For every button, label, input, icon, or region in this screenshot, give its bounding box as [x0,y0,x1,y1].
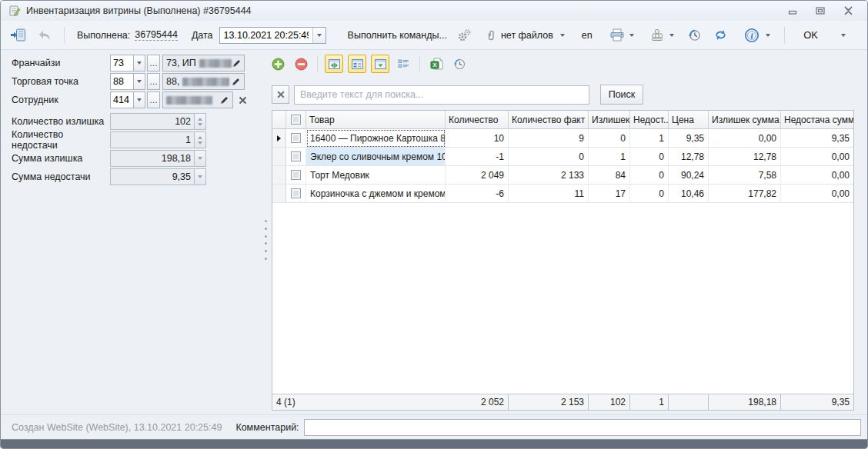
select-all-checkbox[interactable] [286,111,306,129]
price-cell[interactable]: 9,35 [669,129,709,148]
attachments-dropdown-button[interactable] [560,34,565,37]
print-button[interactable] [609,28,625,42]
shortage-sum-cell[interactable]: 9,35 [781,129,853,148]
restore-button[interactable] [815,6,826,15]
product-cell[interactable]: Эклер со сливочным кремом 105 [306,148,446,166]
qty-fact-cell[interactable]: 9 [509,129,589,148]
edit-pencil-icon[interactable] [232,56,242,70]
row-checkbox[interactable] [286,148,306,166]
surplus-cell[interactable]: 17 [589,185,630,203]
stamp-button[interactable] [649,28,665,42]
comment-input[interactable] [304,419,861,436]
outlet-dropdown-button[interactable] [133,73,145,90]
spinner-buttons[interactable] [195,131,206,148]
surplus-sum-cell[interactable]: 7,58 [709,166,781,185]
delete-row-button[interactable] [292,55,310,73]
outlet-code-input[interactable] [110,73,133,90]
surplus-sum-cell[interactable]: 12,78 [709,148,781,166]
column-header-qty-fact[interactable]: Количество факт [509,111,589,129]
shortage-sum-cell[interactable]: 0,00 [781,185,853,203]
row-checkbox[interactable] [286,166,306,185]
product-cell[interactable]: 16400 — Пирожное Картошка 85 [306,129,446,148]
table-row[interactable]: Эклер со сливочным кремом 105 -1 0 1 0 1… [272,148,853,166]
clear-search-button[interactable] [272,85,289,104]
search-input[interactable] [294,85,589,105]
edit-pencil-icon[interactable] [217,93,231,107]
minimize-button[interactable] [787,6,798,15]
qty-cell[interactable]: 10 [446,129,509,148]
edit-pencil-icon[interactable] [229,75,242,88]
excel-export-button[interactable]: X [427,55,446,73]
dropdown-button-disabled[interactable] [195,150,206,167]
undo-icon[interactable] [38,30,52,41]
add-row-button[interactable] [269,55,287,73]
grid-history-button[interactable] [450,55,469,73]
qty-fact-cell[interactable]: 2 133 [509,166,589,185]
stamp-dropdown-button[interactable] [669,34,674,37]
shortage-cell[interactable]: 0 [630,166,669,185]
franchisee-code-input[interactable] [110,55,133,72]
dropdown-button-disabled[interactable] [195,168,206,185]
surplus-cell[interactable]: 0 [589,129,630,148]
surplus-sum-cell[interactable]: 177,82 [709,185,781,203]
employee-dropdown-button[interactable] [133,91,145,108]
gears-icon[interactable] [456,28,472,42]
date-dropdown-button[interactable] [312,28,326,43]
search-button[interactable]: Поиск [600,85,643,105]
product-cell[interactable]: Торт Медовик [306,166,446,185]
history-button[interactable] [688,28,702,42]
shortage-cell[interactable]: 0 [630,148,669,166]
product-cell[interactable]: Корзиночка с джемом и кремом ... [306,185,446,203]
price-cell[interactable]: 90,24 [669,166,709,185]
clear-employee-button[interactable] [235,93,249,107]
row-checkbox[interactable] [286,185,306,203]
column-header-surplus[interactable]: Излишек [589,111,630,129]
run-commands-menu[interactable]: Выполнить команды... [348,30,447,41]
table-row[interactable]: 16400 — Пирожное Картошка 85 10 9 0 1 9,… [272,129,853,148]
form-layout-toggle[interactable] [348,55,366,73]
ok-dropdown-button[interactable] [841,34,846,37]
column-header-product[interactable]: Товар [306,111,446,129]
qty-cell[interactable]: -6 [446,185,509,203]
print-dropdown-button[interactable] [629,34,634,37]
employee-browse-button[interactable]: … [147,91,160,108]
outlet-browse-button[interactable]: … [147,73,160,90]
details-list-button[interactable] [394,55,412,73]
surplus-cell[interactable]: 84 [589,166,630,185]
save-button[interactable] [10,28,26,42]
price-cell[interactable]: 10,46 [669,185,709,203]
attachments-menu[interactable]: нет файлов [501,30,553,41]
table-row[interactable]: Торт Медовик 2 049 2 133 84 0 90,24 7,58… [272,166,853,185]
column-header-shortage-sum[interactable]: Недостача сумма [781,111,853,129]
franchisee-browse-button[interactable]: … [147,55,160,72]
column-header-price[interactable]: Цена [669,111,709,129]
table-row[interactable]: Корзиночка с джемом и кремом ... -6 11 1… [272,185,853,203]
shortage-sum-cell[interactable]: 0,00 [781,148,853,166]
qty-cell[interactable]: -1 [446,148,509,166]
column-header-qty[interactable]: Количество [446,111,509,129]
surplus-sum-cell[interactable]: 0,00 [709,129,781,148]
employee-code-input[interactable] [110,91,133,108]
info-button[interactable]: i [744,28,760,43]
shortage-cell[interactable]: 0 [630,185,669,203]
surplus-cell[interactable]: 1 [589,148,630,166]
qty-fact-cell[interactable]: 11 [509,185,589,203]
dropdown-panel-toggle[interactable] [371,55,389,73]
qty-fact-cell[interactable]: 0 [509,148,589,166]
shortage-sum-cell[interactable]: 0,00 [781,166,853,185]
info-dropdown-button[interactable] [766,34,770,37]
close-button[interactable] [843,6,853,15]
panel-splitter[interactable] [265,220,268,260]
refresh-button[interactable] [714,29,727,41]
done-number-link[interactable]: 36795444 [135,29,178,41]
fit-columns-toggle[interactable] [325,55,343,73]
shortage-cell[interactable]: 1 [630,129,669,148]
column-header-shortage[interactable]: Недост... [630,111,669,129]
date-input[interactable] [220,28,312,43]
spinner-buttons[interactable] [195,113,206,130]
franchisee-dropdown-button[interactable] [133,55,145,72]
price-cell[interactable]: 12,78 [669,148,709,166]
ok-button[interactable]: OK [803,29,818,41]
qty-cell[interactable]: 2 049 [446,166,509,185]
column-header-surplus-sum[interactable]: Излишек сумма [709,111,781,129]
